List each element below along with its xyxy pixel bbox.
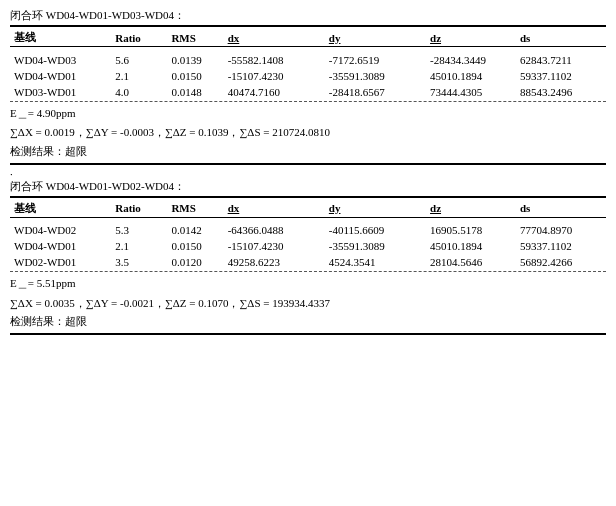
table-cell: 0.0142	[167, 221, 223, 237]
col2-header-dy: dy	[325, 200, 426, 218]
divider1-mid	[10, 101, 606, 102]
table-cell: WD04-WD02	[10, 221, 111, 237]
table-cell: 62843.7211	[516, 51, 606, 67]
table-cell: 16905.5178	[426, 221, 516, 237]
table-cell: 40474.7160	[224, 83, 325, 99]
table-cell: -55582.1408	[224, 51, 325, 67]
col-header-dz: dz	[426, 29, 516, 47]
col-header-dy: dy	[325, 29, 426, 47]
table-cell: 2.1	[111, 237, 167, 253]
table-cell: 4524.3541	[325, 253, 426, 269]
section2-e-value: E＿= 5.51ppm	[10, 275, 606, 292]
table-cell: WD03-WD01	[10, 83, 111, 99]
table-cell: 0.0150	[167, 237, 223, 253]
table-cell: 59337.1102	[516, 237, 606, 253]
table-row: WD04-WD012.10.0150-15107.4230-35591.3089…	[10, 237, 606, 253]
table-cell: 77704.8970	[516, 221, 606, 237]
col-header-dx: dx	[224, 29, 325, 47]
table-cell: 59337.1102	[516, 67, 606, 83]
table-cell: -15107.4230	[224, 237, 325, 253]
table-cell: WD04-WD01	[10, 237, 111, 253]
divider2-mid	[10, 271, 606, 272]
table-cell: WD04-WD03	[10, 51, 111, 67]
table-row: WD02-WD013.50.012049258.62234524.3541281…	[10, 253, 606, 269]
divider2-top	[10, 196, 606, 198]
table-cell: -7172.6519	[325, 51, 426, 67]
table-row: WD04-WD025.30.0142-64366.0488-40115.6609…	[10, 221, 606, 237]
section1-sum-line: ∑ΔX = 0.0019，∑ΔY = -0.0003，∑ΔZ = 0.1039，…	[10, 124, 606, 141]
table-cell: 0.0150	[167, 67, 223, 83]
table-cell: 45010.1894	[426, 67, 516, 83]
table-cell: -28434.3449	[426, 51, 516, 67]
section1-table: 基线 Ratio RMS dx dy dz ds WD04-WD035.60.0…	[10, 29, 606, 99]
col2-header-ds: ds	[516, 200, 606, 218]
table-cell: -35591.3089	[325, 67, 426, 83]
table-cell: 5.6	[111, 51, 167, 67]
section2-sum-line: ∑ΔX = 0.0035，∑ΔY = -0.0021，∑ΔZ = 0.1070，…	[10, 295, 606, 312]
table-cell: 0.0148	[167, 83, 223, 99]
col2-header-ratio: Ratio	[111, 200, 167, 218]
table-cell: 45010.1894	[426, 237, 516, 253]
section2-title: 闭合环 WD04-WD01-WD02-WD04：	[10, 179, 606, 194]
table-cell: 4.0	[111, 83, 167, 99]
col2-header-dx: dx	[224, 200, 325, 218]
table-row: WD04-WD035.60.0139-55582.1408-7172.6519-…	[10, 51, 606, 67]
table-cell: 28104.5646	[426, 253, 516, 269]
divider2-bottom	[10, 333, 606, 335]
table-cell: -15107.4230	[224, 67, 325, 83]
table-cell: 49258.6223	[224, 253, 325, 269]
table-cell: 5.3	[111, 221, 167, 237]
section1-result: 检测结果：超限	[10, 144, 606, 159]
divider1-top	[10, 25, 606, 27]
section2-table: 基线 Ratio RMS dx dy dz ds WD04-WD025.30.0…	[10, 200, 606, 270]
gap-dot1: ·	[10, 168, 13, 180]
section2-result: 检测结果：超限	[10, 314, 606, 329]
table-row: WD04-WD012.10.0150-15107.4230-35591.3089…	[10, 67, 606, 83]
table-cell: 88543.2496	[516, 83, 606, 99]
col-header-ds: ds	[516, 29, 606, 47]
col2-header-rms: RMS	[167, 200, 223, 218]
table-cell: 56892.4266	[516, 253, 606, 269]
col-header-ratio: Ratio	[111, 29, 167, 47]
col2-header-dz: dz	[426, 200, 516, 218]
col-header-rms: RMS	[167, 29, 223, 47]
divider1-bottom	[10, 163, 606, 165]
table-cell: WD04-WD01	[10, 67, 111, 83]
table-cell: 0.0120	[167, 253, 223, 269]
table-cell: -40115.6609	[325, 221, 426, 237]
table-cell: 73444.4305	[426, 83, 516, 99]
section1-title: 闭合环 WD04-WD01-WD03-WD04：	[10, 8, 606, 23]
table-cell: -35591.3089	[325, 237, 426, 253]
table-cell: 0.0139	[167, 51, 223, 67]
col2-header-baseline: 基线	[10, 200, 111, 218]
table-cell: WD02-WD01	[10, 253, 111, 269]
table-cell: 2.1	[111, 67, 167, 83]
table-cell: 3.5	[111, 253, 167, 269]
table-cell: -28418.6567	[325, 83, 426, 99]
col-header-baseline: 基线	[10, 29, 111, 47]
section1-e-value: E＿= 4.90ppm	[10, 105, 606, 122]
table-cell: -64366.0488	[224, 221, 325, 237]
table-row: WD03-WD014.00.014840474.7160-28418.65677…	[10, 83, 606, 99]
